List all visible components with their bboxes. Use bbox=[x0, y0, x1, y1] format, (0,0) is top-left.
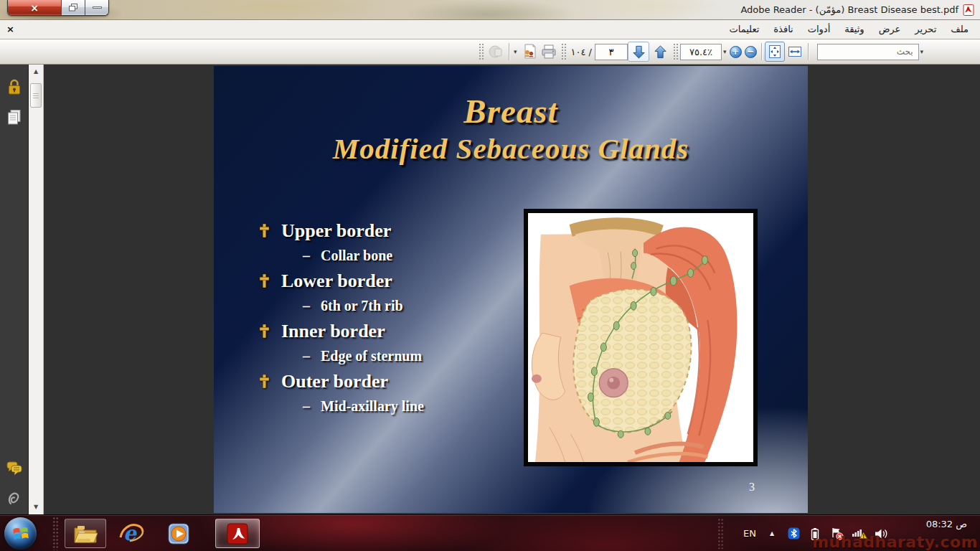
restore-window-button[interactable] bbox=[61, 0, 85, 15]
bullet-list: Upper border – Collar bone Lower border bbox=[260, 218, 511, 419]
adobe-reader-icon bbox=[225, 522, 250, 546]
printer-icon bbox=[540, 43, 557, 60]
fit-width-button[interactable] bbox=[785, 42, 805, 62]
subbullet-label: 6th or 7th rib bbox=[321, 298, 403, 314]
bluetooth-icon[interactable] bbox=[786, 515, 801, 551]
dash-bullet: – bbox=[303, 398, 310, 415]
clock[interactable]: 08:32 ص bbox=[926, 519, 967, 529]
bullet-label: Inner border bbox=[281, 321, 385, 342]
list-item: Inner border bbox=[260, 319, 511, 344]
windows-logo-icon bbox=[11, 524, 30, 543]
vertical-scrollbar[interactable]: ▲ ▼ bbox=[29, 65, 44, 514]
language-indicator[interactable]: EN bbox=[738, 515, 762, 551]
zoom-dropdown-caret[interactable]: ▾ bbox=[722, 48, 728, 55]
dash-bullet: – bbox=[303, 348, 310, 364]
minimize-window-button[interactable] bbox=[85, 0, 108, 15]
page-number-input[interactable] bbox=[595, 44, 628, 60]
slide-title: Breast Modified Sebaceous Glands bbox=[214, 66, 808, 166]
window-controls: × bbox=[7, 0, 109, 16]
screen: × Adobe Reader - (مؤمّن) Breast Disease … bbox=[0, 0, 980, 551]
slide-title-line2: Modified Sebaceous Glands bbox=[214, 131, 808, 166]
zoom-in-button[interactable]: + bbox=[730, 46, 742, 58]
watermark-text: muhadharaty.com bbox=[812, 533, 978, 551]
cross-bullet-icon bbox=[260, 375, 269, 388]
taskbar-internet-explorer-button[interactable]: e bbox=[112, 519, 151, 548]
toolbar-separator bbox=[509, 43, 509, 60]
menu-help[interactable]: تعليمات bbox=[722, 20, 766, 39]
minimize-icon bbox=[93, 6, 102, 9]
print-button[interactable] bbox=[539, 42, 559, 62]
search-dropdown-caret[interactable]: ▾ bbox=[919, 48, 925, 55]
slide-page-number: 3 bbox=[749, 481, 755, 494]
taskbar-adobe-reader-button[interactable] bbox=[215, 519, 260, 548]
next-page-button[interactable] bbox=[628, 42, 649, 62]
dash-bullet: – bbox=[303, 298, 310, 314]
comments-panel-icon[interactable] bbox=[5, 459, 24, 478]
subbullet-label: Edge of sternum bbox=[321, 348, 422, 364]
explorer-folder-icon bbox=[73, 523, 98, 545]
slide-title-line1: Breast bbox=[214, 92, 808, 131]
list-subitem: – 6th or 7th rib bbox=[260, 293, 511, 319]
list-item: Lower border bbox=[260, 268, 511, 293]
menu-edit[interactable]: تحرير bbox=[908, 20, 943, 39]
arrow-up-icon bbox=[653, 44, 668, 60]
menu-view[interactable]: عرض bbox=[872, 20, 908, 39]
taskbar-grip bbox=[52, 517, 59, 550]
toolbar-grip[interactable] bbox=[673, 43, 678, 60]
window-title: Adobe Reader - (مؤمّن) Breast Disease be… bbox=[740, 4, 958, 15]
pages-panel-icon[interactable] bbox=[5, 108, 24, 126]
menu-tools[interactable]: أدوات bbox=[801, 20, 838, 39]
menubar-close-icon[interactable]: × bbox=[6, 23, 14, 36]
fit-page-icon bbox=[768, 44, 782, 59]
slide: Breast Modified Sebaceous Glands Upper b… bbox=[214, 66, 808, 513]
taskbar: e EN ▲ bbox=[0, 514, 980, 551]
toolbar-separator bbox=[761, 43, 762, 60]
cross-bullet-icon bbox=[260, 224, 269, 237]
cross-bullet-icon bbox=[260, 274, 269, 288]
arrow-down-icon bbox=[631, 44, 646, 60]
share-disabled-icon bbox=[488, 44, 504, 60]
bullet-label: Lower border bbox=[281, 270, 392, 292]
anatomy-figure bbox=[524, 209, 758, 466]
document-canvas: Breast Modified Sebaceous Glands Upper b… bbox=[44, 65, 980, 514]
bullet-label: Upper border bbox=[281, 220, 391, 242]
list-subitem: – Mid-axillary line bbox=[260, 394, 511, 419]
menu-file[interactable]: ملف bbox=[943, 20, 976, 39]
scrollbar-thumb[interactable] bbox=[30, 83, 42, 108]
fit-page-button[interactable] bbox=[765, 42, 785, 62]
toolbar-grip[interactable] bbox=[561, 43, 566, 60]
tray-expand-icon[interactable]: ▲ bbox=[765, 515, 779, 551]
window-title-area: Adobe Reader - (مؤمّن) Breast Disease be… bbox=[740, 0, 974, 19]
dash-bullet: – bbox=[303, 248, 310, 264]
menu-items: ملف تحرير عرض وثيقة أدوات نافذة تعليمات bbox=[722, 20, 976, 39]
zoom-out-button[interactable]: − bbox=[745, 46, 757, 58]
restore-icon bbox=[69, 4, 77, 11]
collaborate-dropdown-caret[interactable]: ▾ bbox=[512, 48, 519, 55]
subbullet-label: Mid-axillary line bbox=[321, 398, 424, 415]
toolbar-separator bbox=[808, 43, 809, 60]
page-count-label: ١٠٤ / bbox=[568, 47, 595, 57]
attachments-paperclip-icon[interactable] bbox=[5, 489, 24, 508]
collaborate-button[interactable] bbox=[519, 42, 539, 62]
search-input[interactable] bbox=[817, 44, 919, 60]
scroll-up-button[interactable]: ▲ bbox=[29, 66, 43, 77]
scroll-down-button[interactable]: ▼ bbox=[29, 501, 43, 513]
navigation-pane-tabs bbox=[0, 65, 29, 514]
anatomy-illustration bbox=[528, 213, 753, 462]
collaborate-icon bbox=[520, 43, 537, 60]
fit-width-icon bbox=[788, 44, 802, 59]
list-item: Upper border bbox=[260, 218, 511, 243]
taskbar-explorer-button[interactable] bbox=[65, 519, 106, 548]
tray-grip bbox=[717, 518, 724, 549]
toolbar-grip[interactable] bbox=[479, 43, 484, 60]
start-button[interactable] bbox=[4, 517, 37, 550]
close-window-button[interactable]: × bbox=[8, 0, 61, 15]
zoom-level-value[interactable]: ٧٥.٤٪ bbox=[680, 44, 722, 60]
list-subitem: – Collar bone bbox=[260, 243, 511, 268]
subbullet-label: Collar bone bbox=[321, 248, 392, 264]
previous-page-button[interactable] bbox=[649, 42, 671, 62]
security-lock-icon[interactable] bbox=[5, 77, 24, 96]
menu-document[interactable]: وثيقة bbox=[837, 20, 871, 39]
menu-window[interactable]: نافذة bbox=[766, 20, 800, 39]
taskbar-media-player-button[interactable] bbox=[159, 519, 198, 548]
